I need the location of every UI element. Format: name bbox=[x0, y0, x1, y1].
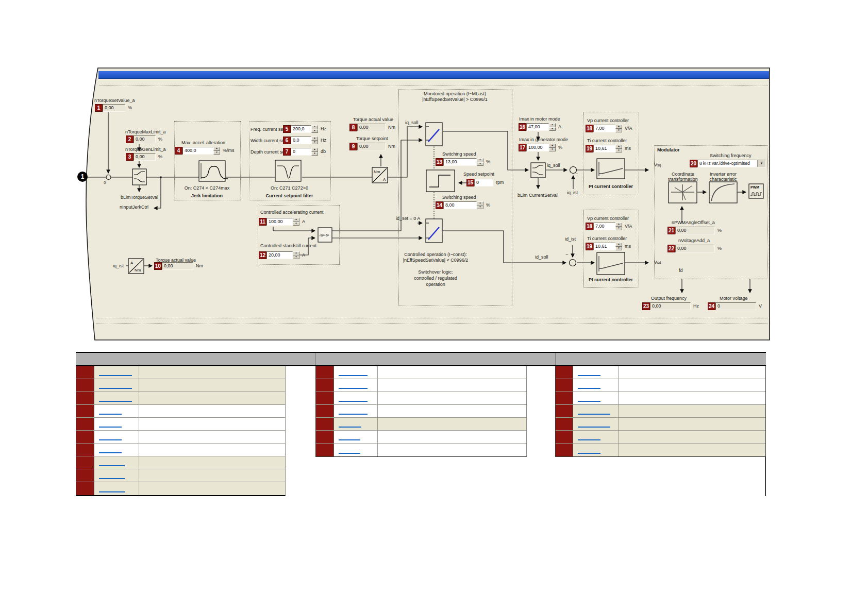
value-box-3[interactable]: 0,00 bbox=[133, 153, 156, 161]
table-link[interactable] bbox=[578, 375, 600, 376]
field-row-19a: 19 10,61 ▲▼ ms bbox=[586, 145, 631, 152]
row-description-cell bbox=[377, 366, 526, 379]
row-number-cell bbox=[556, 431, 573, 443]
unit-21: % bbox=[717, 227, 722, 234]
table-link[interactable] bbox=[99, 427, 122, 428]
spinner-12[interactable]: ▲▼ bbox=[293, 251, 299, 259]
spinner-4[interactable]: ▲▼ bbox=[213, 147, 220, 155]
row-description-cell bbox=[618, 418, 765, 430]
jerk-group-title: Jerk limitation bbox=[174, 193, 240, 198]
callout-badge-22: 22 bbox=[667, 245, 675, 252]
spinner-11[interactable]: ▲▼ bbox=[293, 218, 299, 226]
table-link[interactable] bbox=[99, 465, 125, 466]
value-box-4[interactable]: 400,0 bbox=[182, 147, 213, 155]
table-link[interactable] bbox=[99, 401, 132, 402]
spinner-17[interactable]: ▲▼ bbox=[549, 144, 556, 151]
value-box-21[interactable]: 0,00 bbox=[675, 227, 715, 234]
table-row bbox=[316, 366, 526, 379]
value-box-24[interactable]: 0 bbox=[715, 302, 756, 310]
dropdown-arrow-icon[interactable]: ▼ bbox=[757, 160, 765, 167]
value-box-14[interactable]: 8,00 bbox=[443, 201, 477, 209]
value-box-6[interactable]: 0,0 bbox=[291, 137, 311, 144]
monitored-operation-line1: Monitored operation (I~MLast) bbox=[398, 91, 511, 96]
table-link[interactable] bbox=[339, 414, 368, 415]
spinner-19b[interactable]: ▲▼ bbox=[615, 243, 622, 250]
value-box-17[interactable]: 100,00 bbox=[526, 144, 549, 151]
row-number-cell bbox=[316, 405, 334, 417]
row-number-cell bbox=[76, 366, 94, 379]
callout-badge-4: 4 bbox=[175, 147, 182, 155]
spinner-6[interactable]: ▲▼ bbox=[311, 137, 318, 144]
table-link[interactable] bbox=[99, 388, 132, 389]
table-link[interactable] bbox=[578, 388, 600, 389]
value-box-8[interactable]: 0,00 bbox=[357, 124, 386, 131]
table-link[interactable] bbox=[99, 439, 122, 440]
switchover-line3: operation bbox=[381, 282, 490, 287]
value-box-7[interactable]: 0 bbox=[291, 148, 311, 156]
value-box-10[interactable]: 0,00 bbox=[162, 262, 193, 270]
spinner-18b[interactable]: ▲▼ bbox=[615, 223, 622, 230]
switching-frequency-dropdown[interactable]: 8 kHz var./drive-optimised ▼ bbox=[697, 160, 766, 167]
table-link[interactable] bbox=[339, 427, 361, 428]
field-row-18a: 18 7,00 ▲▼ V/A bbox=[586, 125, 632, 132]
value-box-12[interactable]: 20,00 bbox=[266, 251, 293, 259]
value-box-13[interactable]: 13,00 bbox=[443, 158, 477, 166]
field-row-17: 17 100,00 ▲▼ % bbox=[519, 144, 562, 151]
spinner-7[interactable]: ▲▼ bbox=[311, 148, 318, 156]
table-link[interactable] bbox=[99, 414, 122, 415]
table-row bbox=[76, 469, 285, 482]
row-link-cell bbox=[334, 431, 377, 443]
monitored-operation-line2: |nEffSpeedSetValue| > C0996/1 bbox=[398, 97, 511, 102]
table-link[interactable] bbox=[578, 427, 610, 428]
table-link[interactable] bbox=[99, 491, 125, 492]
table-link[interactable] bbox=[339, 401, 368, 402]
table-link[interactable] bbox=[339, 453, 360, 454]
value-box-18b[interactable]: 7,00 bbox=[593, 223, 615, 230]
field-label-23: Output frequency bbox=[651, 296, 687, 301]
value-box-16[interactable]: 47,00 bbox=[526, 123, 549, 131]
table-link[interactable] bbox=[578, 401, 600, 402]
value-box-23[interactable]: 0,00 bbox=[650, 302, 691, 310]
spinner-19a[interactable]: ▲▼ bbox=[615, 145, 622, 152]
spinner-16[interactable]: ▲▼ bbox=[549, 123, 556, 131]
value-box-18a[interactable]: 7,00 bbox=[593, 125, 615, 132]
value-box-1[interactable]: 0,00 bbox=[103, 104, 125, 112]
table-row bbox=[556, 444, 765, 456]
row-number-cell bbox=[76, 444, 94, 456]
value-box-19b[interactable]: 10,61 bbox=[593, 243, 615, 250]
modulator-title: Modulator bbox=[657, 147, 680, 152]
row-link-cell bbox=[94, 456, 139, 469]
table-row bbox=[316, 431, 526, 444]
spinner-5[interactable]: ▲▼ bbox=[311, 125, 318, 133]
filter-condition-label: On: C271 C272>0 bbox=[249, 185, 330, 191]
table-link[interactable] bbox=[99, 478, 125, 479]
table-link[interactable] bbox=[339, 375, 368, 376]
value-box-5[interactable]: 200,0 bbox=[291, 125, 311, 133]
callout-badge-19b: 19 bbox=[586, 243, 593, 250]
table-link[interactable] bbox=[578, 439, 600, 440]
spinner-18a[interactable]: ▲▼ bbox=[615, 125, 622, 132]
table-link[interactable] bbox=[339, 388, 368, 389]
unit-19b: ms bbox=[625, 243, 631, 250]
field-row-20: 20 8 kHz var./drive-optimised ▼ bbox=[690, 160, 766, 167]
table-link[interactable] bbox=[339, 439, 360, 440]
table-header-row bbox=[76, 352, 766, 366]
value-box-11[interactable]: 100,00 bbox=[266, 218, 293, 226]
table-link[interactable] bbox=[99, 375, 132, 376]
value-box-19a[interactable]: 10,61 bbox=[593, 145, 615, 152]
unit-23: Hz bbox=[693, 302, 699, 310]
callout-badge-2: 2 bbox=[126, 135, 133, 143]
table-row bbox=[556, 431, 765, 444]
value-box-15[interactable]: 0 bbox=[474, 179, 493, 186]
table-link[interactable] bbox=[578, 453, 600, 454]
table-link[interactable] bbox=[578, 414, 610, 415]
unit-16: A bbox=[558, 123, 561, 131]
value-box-22[interactable]: 0,00 bbox=[675, 245, 715, 252]
table-link[interactable] bbox=[99, 452, 122, 453]
value-box-9[interactable]: 0,00 bbox=[357, 143, 386, 150]
field-row-24: 24 0 V bbox=[708, 302, 762, 310]
v-sd-label: Vsd bbox=[654, 260, 661, 265]
spinner-13[interactable]: ▲▼ bbox=[477, 158, 483, 166]
spinner-14[interactable]: ▲▼ bbox=[477, 201, 483, 209]
value-box-2[interactable]: 0,00 bbox=[133, 135, 156, 143]
